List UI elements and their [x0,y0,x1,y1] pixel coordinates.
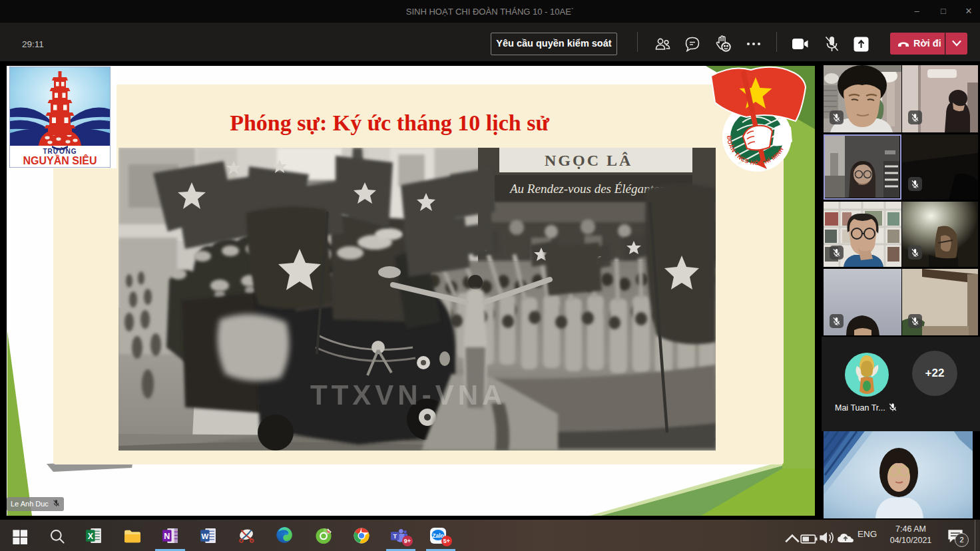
svg-text:X: X [88,532,94,541]
svg-text:NGUYẦN SIÊU: NGUYẦN SIÊU [23,154,97,166]
svg-text:TRƯỜNG: TRƯỜNG [43,147,77,155]
svg-text:Au Rendez-vous des Élégantes: Au Rendez-vous des Élégantes [509,182,664,196]
svg-text:T: T [393,533,397,540]
svg-text:NGỌC LÂ: NGỌC LÂ [545,152,632,169]
svg-text:TTXVN-VNA: TTXVN-VNA [310,379,506,411]
svg-text:W: W [201,532,208,540]
svg-text:N: N [164,532,170,541]
